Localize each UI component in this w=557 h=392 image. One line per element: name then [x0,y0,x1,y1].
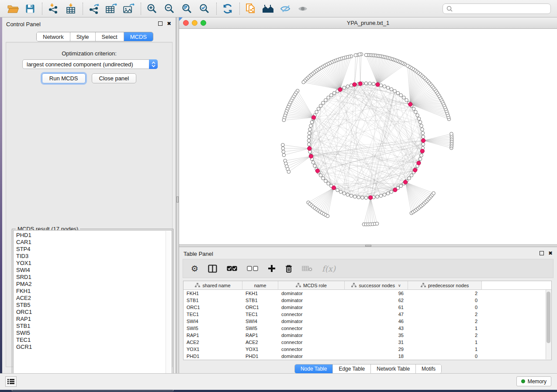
graph-node[interactable] [311,161,315,164]
graph-node[interactable] [319,104,322,108]
first-neighbors-icon[interactable] [261,2,276,16]
graph-mcds-node[interactable] [353,83,356,86]
graph-mcds-node[interactable] [393,188,397,192]
open-session-icon[interactable] [5,2,20,16]
graph-node[interactable] [408,177,411,180]
graph-node[interactable] [420,154,423,157]
graph-node[interactable] [386,86,390,89]
zoom-selected-icon[interactable] [197,2,212,16]
graph-node[interactable] [308,128,312,131]
graph-node[interactable] [357,196,360,199]
graph-node[interactable] [358,53,361,56]
graph-node[interactable] [393,89,397,93]
mcds-result-item[interactable]: YOX1 [16,260,172,267]
close-panel-button[interactable]: Close panel [92,73,137,83]
graph-node[interactable] [322,177,325,180]
split-view-icon[interactable] [208,265,217,273]
graph-node[interactable] [386,192,390,195]
graph-node[interactable] [375,222,379,226]
graph-node[interactable] [419,120,422,124]
graph-mcds-node[interactable] [315,169,319,173]
graph-node[interactable] [343,192,346,195]
graph-mcds-node[interactable] [369,196,373,199]
tab-select[interactable]: Select [96,32,124,41]
graph-node[interactable] [422,143,425,146]
zoom-fit-icon[interactable] [180,2,194,16]
graph-node[interactable] [308,143,311,146]
scrollbar-thumb[interactable] [547,292,550,343]
column-header-predecessor-nodes[interactable]: predecessor nodes [408,281,482,290]
graph-mcds-node[interactable] [413,168,417,172]
graph-mcds-node[interactable] [308,147,311,151]
graph-node[interactable] [421,128,424,131]
run-mcds-button[interactable]: Run MCDS [42,73,86,83]
graph-node[interactable] [417,117,421,120]
table-row[interactable]: YOX1YOX1connector291 [183,346,551,353]
add-column-icon[interactable] [268,265,276,272]
mcds-result-item[interactable]: TID3 [16,253,172,260]
graph-node[interactable] [308,135,311,139]
graph-node[interactable] [399,184,403,188]
list-scrollbar[interactable] [166,231,171,389]
tab-motifs[interactable]: Motifs [416,364,441,373]
graph-mcds-node[interactable] [417,161,421,165]
graph-node[interactable] [364,82,368,85]
graph-node[interactable] [372,82,375,86]
graph-node[interactable] [405,99,408,102]
graph-node[interactable] [383,85,386,88]
graph-node[interactable] [376,195,379,199]
mcds-result-item[interactable]: GCR1 [16,344,172,351]
graph-node[interactable] [322,101,325,105]
graph-node[interactable] [317,107,320,110]
graph-mcds-node[interactable] [358,82,362,86]
graph-mcds-node[interactable] [312,116,316,120]
splitter-handle[interactable] [365,245,371,247]
mcds-result-item[interactable]: PMA2 [16,281,172,288]
graph-node[interactable] [343,86,346,89]
memory-button[interactable]: Memory [516,376,551,386]
vertical-splitter[interactable] [176,17,179,373]
graph-node[interactable] [379,194,383,198]
graph-node[interactable] [368,82,372,86]
graph-node[interactable] [414,110,418,114]
zoom-out-icon[interactable] [162,2,177,16]
table-row[interactable]: ACE2ACE2connector311 [183,339,551,346]
import-table-icon[interactable] [63,2,78,16]
graph-node[interactable] [307,139,311,142]
graph-node[interactable] [399,93,403,97]
table-row[interactable]: SWI5SWI5connector431 [183,325,551,332]
import-network-icon[interactable] [46,2,61,16]
graph-node[interactable] [324,99,328,102]
table-row[interactable]: ORC1ORC1dominator610 [183,304,551,311]
mcds-result-item[interactable]: RAP1 [16,316,172,323]
table-row[interactable]: RAP1RAP1dominator352 [183,332,551,339]
graph-node[interactable] [416,113,419,117]
zoom-in-icon[interactable] [145,2,159,16]
graph-mcds-node[interactable] [421,138,425,142]
save-session-icon[interactable] [23,2,38,16]
graph-node[interactable] [327,182,330,186]
table-row[interactable]: TEC1TEC1connector472 [183,311,551,318]
clone-network-icon[interactable] [243,2,258,16]
show-all-icon[interactable] [296,2,311,16]
graph-mcds-node[interactable] [332,186,336,190]
close-panel-icon[interactable]: ✖ [167,21,171,26]
graph-node[interactable] [281,143,285,147]
close-panel-icon[interactable]: ✖ [548,251,553,256]
export-table-icon[interactable] [104,2,119,16]
table-settings-icon[interactable]: ⚙ [191,265,198,273]
graph-node[interactable] [332,91,336,95]
column-header-successor-nodes[interactable]: successor nodes∨ [345,281,408,290]
graph-node[interactable] [330,93,333,97]
graph-mcds-node[interactable] [338,88,342,92]
float-panel-icon[interactable] [158,21,163,26]
graph-node[interactable] [353,195,357,199]
mcds-result-item[interactable]: ACE2 [16,295,172,302]
graph-mcds-node[interactable] [376,83,380,86]
task-history-button[interactable] [5,376,17,387]
graph-node[interactable] [310,120,314,124]
graph-node[interactable] [282,118,286,122]
graph-node[interactable] [281,147,285,150]
tab-style[interactable]: Style [70,32,96,41]
select-all-rows-icon[interactable] [227,266,237,271]
